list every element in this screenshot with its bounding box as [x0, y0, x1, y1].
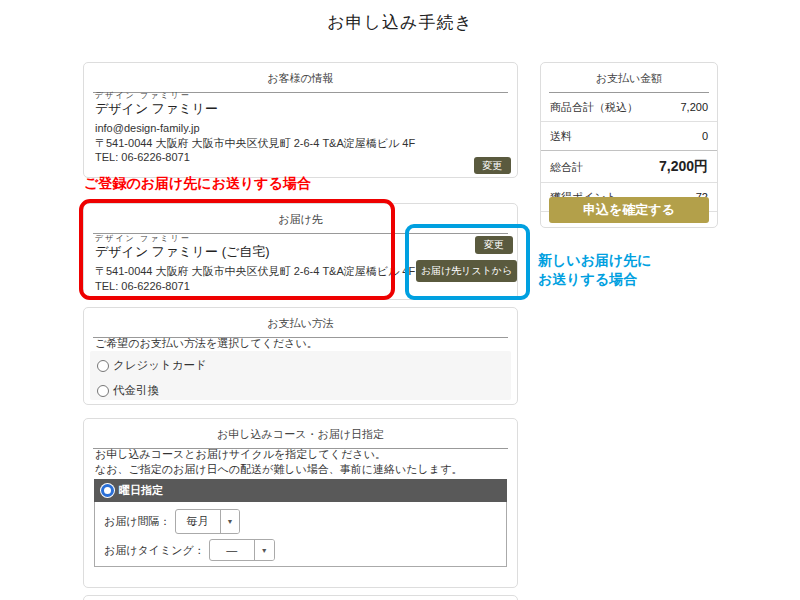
- radio-unselected-icon[interactable]: [97, 360, 109, 372]
- weekday-option-body: お届け間隔： 毎月 ▼ お届けタイミング： — ▼: [94, 502, 507, 567]
- timing-select[interactable]: — ▼: [209, 539, 275, 561]
- delivery-address-panel: お届け先 デザイン ファミリー デザイン ファミリー (ご自宅) 〒541-00…: [83, 203, 518, 300]
- payment-summary-panel: お支払い金額 商品合計（税込） 7,200 送料 0 総合計 7,200円 獲得…: [540, 62, 718, 228]
- delivery-info-block: デザイン ファミリー デザイン ファミリー (ご自宅) 〒541-0044 大阪…: [95, 233, 415, 293]
- weekday-group: 曜日指定 お届け間隔： 毎月 ▼ お届けタイミング： — ▼: [94, 479, 507, 567]
- chevron-down-icon: ▼: [254, 540, 274, 560]
- course-header: お申し込みコース・お届け日指定: [93, 419, 508, 449]
- timing-row: お届けタイミング： — ▼: [104, 539, 275, 561]
- interval-row: お届け間隔： 毎月 ▼: [104, 509, 240, 534]
- timing-label: お届けタイミング：: [104, 543, 205, 558]
- payment-options-zone: クレジットカード 代金引換: [90, 351, 511, 400]
- new-address-note: 新しいお届け先に お送りする場合: [538, 251, 652, 289]
- customer-info-header: お客様の情報: [93, 63, 508, 93]
- registered-address-note: ご登録のお届け先にお送りする場合: [84, 175, 311, 193]
- summary-value: 7,200: [680, 101, 708, 113]
- delivery-tel: TEL: 06-6226-8071: [95, 279, 415, 294]
- customer-name: デザイン ファミリー: [95, 100, 415, 118]
- summary-header: お支払い金額: [549, 63, 709, 93]
- interval-label: お届け間隔：: [104, 514, 171, 529]
- customer-furigana: デザイン ファミリー: [95, 90, 415, 100]
- customer-tel: TEL: 06-6226-8071: [95, 150, 415, 165]
- order-procedure-page: お申し込み手続き お客様の情報 デザイン ファミリー デザイン ファミリー in…: [0, 0, 800, 600]
- summary-label: 送料: [550, 129, 572, 144]
- delivery-list-button[interactable]: お届け先リストから選ぶ: [416, 260, 517, 282]
- payment-option-credit-card[interactable]: クレジットカード: [97, 358, 207, 373]
- interval-select-value: 毎月: [176, 510, 220, 533]
- weekday-option-bar[interactable]: 曜日指定: [94, 479, 507, 502]
- customer-info-block: デザイン ファミリー デザイン ファミリー info@design-family…: [95, 90, 415, 165]
- summary-row-shipping: 送料 0: [541, 122, 717, 151]
- confirm-order-button[interactable]: 申込を確定する: [549, 197, 709, 223]
- customer-email: info@design-family.jp: [95, 121, 415, 136]
- payment-method-header: お支払い方法: [93, 308, 508, 338]
- payment-option-label: 代金引換: [113, 383, 159, 398]
- payment-option-cod[interactable]: 代金引換: [97, 383, 159, 398]
- interval-select[interactable]: 毎月 ▼: [175, 509, 241, 534]
- weekday-option-label: 曜日指定: [119, 483, 163, 498]
- new-address-note-line2: お送りする場合: [538, 270, 652, 289]
- new-address-note-line1: 新しいお届け先に: [538, 251, 652, 270]
- page-title: お申し込み手続き: [0, 11, 800, 34]
- customer-change-button[interactable]: 変更: [474, 157, 511, 174]
- customer-address: 〒541-0044 大阪府 大阪市中央区伏見町 2-6-4 T&A淀屋橋ビル 4…: [95, 136, 415, 151]
- delivery-header: お届け先: [93, 204, 508, 234]
- course-instruction-2: なお、ご指定のお届け日への配送が難しい場合、事前に連絡いたします。: [95, 462, 462, 477]
- payment-option-label: クレジットカード: [113, 358, 207, 373]
- timing-select-value: —: [210, 540, 254, 560]
- summary-value: 0: [702, 130, 708, 142]
- payment-method-panel: お支払い方法 ご希望のお支払い方法を選択してください。 クレジットカード 代金引…: [83, 307, 518, 405]
- summary-label: 商品合計（税込）: [550, 100, 638, 115]
- delivery-furigana: デザイン ファミリー: [95, 233, 415, 243]
- delivery-change-button[interactable]: 変更: [475, 236, 513, 254]
- radio-selected-icon[interactable]: [101, 484, 114, 497]
- course-panel: お申し込みコース・お届け日指定 お申し込みコースとお届けサイクルを指定してくださ…: [83, 418, 518, 588]
- summary-rows: 商品合計（税込） 7,200 送料 0 総合計 7,200円 獲得ポイント 72: [541, 93, 717, 212]
- delivery-name: デザイン ファミリー (ご自宅): [95, 243, 415, 261]
- radio-unselected-icon[interactable]: [97, 385, 109, 397]
- delivery-address: 〒541-0044 大阪府 大阪市中央区伏見町 2-6-4 T&A淀屋橋ビル 4…: [95, 264, 415, 279]
- summary-value: 7,200円: [659, 158, 708, 176]
- payment-instruction: ご希望のお支払い方法を選択してください。: [95, 336, 318, 351]
- summary-row-subtotal: 商品合計（税込） 7,200: [541, 93, 717, 122]
- customer-info-panel: お客様の情報 デザイン ファミリー デザイン ファミリー info@design…: [83, 62, 518, 178]
- chevron-down-icon: ▼: [220, 510, 240, 533]
- course-instruction-1: お申し込みコースとお届けサイクルを指定してください。: [95, 447, 386, 462]
- summary-label: 総合計: [550, 160, 583, 175]
- summary-row-total: 総合計 7,200円: [541, 151, 717, 183]
- next-section-panel: [83, 595, 518, 600]
